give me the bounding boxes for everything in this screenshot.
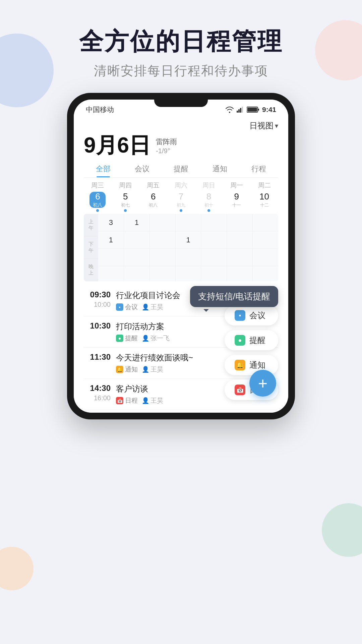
weekday-label-thu: 周四 — [112, 181, 139, 190]
person-icon-2: 👤 — [142, 335, 149, 342]
grid-cell-r1c5 — [201, 214, 227, 231]
end-time-4: 16:00 — [84, 394, 111, 402]
time-label: 9:41 — [262, 106, 276, 114]
grid-col-7 — [252, 214, 278, 281]
header-section: 全方位的日程管理 清晰安排每日行程和待办事项 — [0, 0, 362, 93]
end-time-1: 10:00 — [84, 301, 111, 308]
status-right: 9:41 — [225, 106, 276, 114]
weekly-calendar: 周三 6初八 周四 5初七 — [84, 178, 278, 283]
grid-cell-r2c6 — [227, 231, 252, 249]
start-time-3: 11:30 — [84, 352, 111, 362]
person-info-2: 👤 张一飞 — [142, 334, 170, 343]
tab-reminder[interactable]: 提醒 — [162, 161, 200, 177]
grid-cell-r3c4 — [176, 249, 201, 266]
grid-cell-r2c4: 1 — [176, 231, 201, 249]
grid-col-6 — [227, 214, 252, 281]
chevron-down-icon: ▾ — [275, 122, 278, 130]
grid-cell-r2c1: 1 — [98, 231, 124, 249]
weekday-label-sun: 周日 — [195, 181, 223, 190]
person-name-4: 王昊 — [150, 396, 163, 405]
tab-notice[interactable]: 通知 — [200, 161, 239, 177]
grid-cell-r2c3 — [150, 231, 175, 249]
svg-rect-5 — [247, 108, 257, 112]
grid-cell-r1c6 — [227, 214, 252, 231]
grid-col-5 — [201, 214, 227, 281]
date-num-8: 8初十 — [201, 192, 217, 208]
tag-badge-meeting-1: ▪ 会议 — [116, 303, 138, 311]
grid-body: 3 1 1 — [98, 214, 278, 281]
time-grid: 上午 下午 晚上 3 1 1 — [84, 214, 278, 281]
grid-cell-r3c7 — [253, 249, 278, 266]
svg-rect-3 — [242, 107, 243, 113]
dot-sat — [180, 209, 182, 212]
bg-decoration-green — [322, 503, 362, 557]
person-icon-1: 👤 — [142, 303, 149, 311]
quick-add-reminder[interactable]: ● 提醒 — [225, 330, 278, 350]
week-day-thu[interactable]: 周四 5初七 — [112, 181, 139, 212]
date-num-9: 9十一 — [229, 192, 245, 208]
week-day-sat[interactable]: 周六 7初九 — [167, 181, 195, 212]
tab-itinerary[interactable]: 行程 — [239, 161, 278, 177]
top-bar[interactable]: 日视图 ▾ — [84, 117, 278, 133]
week-day-wed[interactable]: 周三 6初八 — [84, 181, 112, 212]
start-time-1: 09:30 — [84, 290, 111, 299]
tag-text-2: 提醒 — [125, 334, 138, 343]
carrier-label: 中国移动 — [86, 105, 114, 114]
date-num-7: 7初九 — [173, 192, 189, 208]
tab-meeting[interactable]: 会议 — [123, 161, 162, 177]
main-title: 全方位的日程管理 — [0, 27, 362, 56]
tab-all[interactable]: 全部 — [84, 161, 123, 177]
meeting-icon-1: ▪ — [116, 303, 123, 311]
week-day-tue[interactable]: 周二 10十二 — [250, 181, 278, 212]
person-name-2: 张一飞 — [150, 334, 170, 343]
weekday-label-tue: 周二 — [250, 181, 278, 190]
date-num-6-today: 6初八 — [89, 192, 106, 208]
schedule-icon-4: 📅 — [116, 397, 123, 404]
fab-add-button[interactable]: + — [249, 370, 276, 397]
phone-frame: 中国移动 — [67, 93, 295, 419]
person-info-3: 👤 王昊 — [142, 365, 163, 374]
weekday-label-wed: 周三 — [84, 181, 112, 190]
dot-wed — [96, 209, 99, 212]
notice-icon-3: 🔔 — [116, 366, 123, 373]
week-days-row: 周三 6初八 周四 5初七 — [84, 181, 278, 212]
person-name-1: 王昊 — [150, 303, 163, 311]
grid-cell-r3c2 — [124, 249, 149, 266]
tag-text-3: 通知 — [125, 365, 138, 374]
quick-add-reminder-label: 提醒 — [249, 335, 265, 346]
date-num-6-fri: 6初八 — [145, 192, 161, 208]
dot-thu — [124, 209, 127, 212]
weather-type: 雷阵雨 — [156, 137, 177, 147]
tag-text-1: 会议 — [125, 303, 138, 311]
view-selector-label: 日视图 — [249, 120, 274, 131]
week-day-mon[interactable]: 周一 9十一 — [223, 181, 250, 212]
battery-icon — [247, 107, 259, 113]
grid-cell-r3c5 — [201, 249, 227, 266]
tag-badge-schedule-4: 📅 日程 — [116, 396, 138, 405]
svg-rect-0 — [237, 111, 238, 113]
dot-fri — [152, 209, 155, 212]
svg-rect-1 — [238, 109, 240, 113]
view-selector[interactable]: 日视图 ▾ — [249, 120, 278, 131]
grid-cell-r2c2 — [124, 231, 149, 249]
schedule-btn-icon: 📅 — [235, 385, 245, 395]
date-num-5: 5初七 — [117, 192, 133, 208]
phone-mockup: 中国移动 — [67, 93, 295, 419]
tag-text-4: 日程 — [125, 396, 138, 405]
week-day-sun[interactable]: 周日 8初十 — [195, 181, 223, 212]
grid-cell-r3c6 — [227, 249, 252, 266]
sub-title: 清晰安排每日行程和待办事项 — [0, 62, 362, 79]
week-day-fri[interactable]: 周五 6初八 — [139, 181, 167, 212]
sms-tooltip: 支持短信/电话提醒 — [190, 286, 278, 307]
svg-rect-6 — [258, 109, 259, 111]
weekday-label-sat: 周六 — [167, 181, 195, 190]
tag-badge-notice-3: 🔔 通知 — [116, 365, 138, 374]
current-date: 9月6日 — [84, 134, 150, 156]
grid-col-2: 1 — [124, 214, 149, 281]
meeting-btn-icon: ▪ — [235, 310, 245, 321]
wifi-icon — [225, 106, 234, 113]
start-time-2: 10:30 — [84, 321, 111, 331]
schedule-time-3: 11:30 — [84, 352, 111, 362]
quick-add-meeting[interactable]: ▪ 会议 — [225, 305, 278, 326]
grid-cell-r1c1: 3 — [98, 214, 124, 231]
